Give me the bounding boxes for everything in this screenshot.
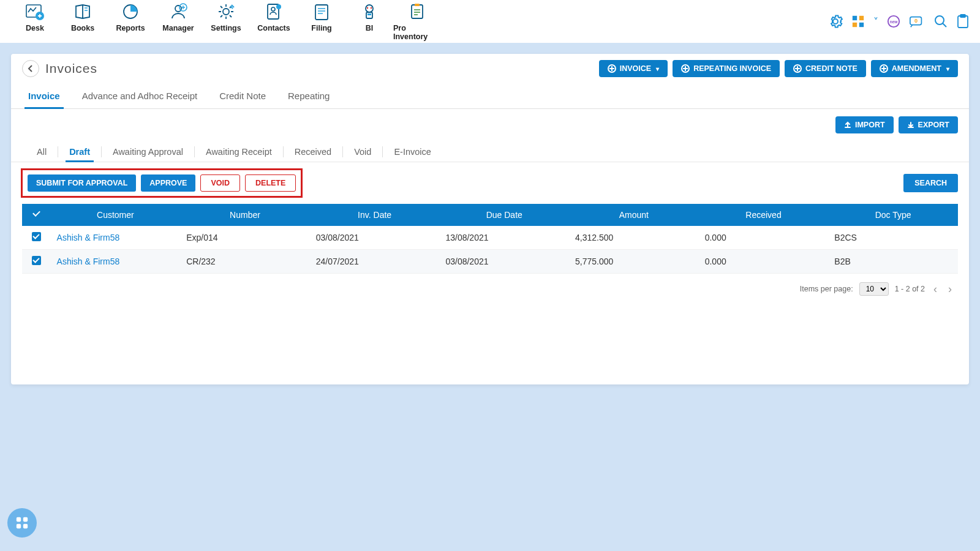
notification-count: 0 xyxy=(914,18,918,24)
topnav-item-pro-inventory[interactable]: Pro Inventory xyxy=(393,0,441,45)
nav-icon xyxy=(25,2,45,21)
svg-line-25 xyxy=(943,23,946,27)
topnav-item-contacts[interactable]: Contacts xyxy=(250,0,298,45)
col-customer: Customer xyxy=(51,204,181,226)
items-per-page-select[interactable]: 10 xyxy=(859,282,889,296)
col-due-date: Due Date xyxy=(439,204,569,226)
svg-rect-14 xyxy=(368,13,371,15)
tab-advance-and-adhoc-receipt[interactable]: Advance and Adhoc Receipt xyxy=(82,86,197,108)
nav-icon xyxy=(408,2,426,21)
top-nav: DeskBooksReportsManagerSettingsContactsF… xyxy=(0,0,980,43)
svg-point-13 xyxy=(371,7,372,9)
check-icon xyxy=(32,209,41,219)
row-checkbox[interactable] xyxy=(32,256,41,265)
import-button[interactable]: IMPORT xyxy=(835,116,894,133)
table-row: Ashish & Firm58Exp/01403/08/202113/08/20… xyxy=(22,226,958,250)
svg-point-24 xyxy=(935,16,944,24)
select-all-header[interactable] xyxy=(22,204,51,226)
table-row: Ashish & Firm58CR/23224/07/202103/08/202… xyxy=(22,250,958,274)
nav-label: BI xyxy=(366,24,374,32)
topnav-item-manager[interactable]: Manager xyxy=(154,0,202,45)
svg-point-7 xyxy=(271,7,275,11)
nav-icon xyxy=(265,2,283,21)
svg-rect-30 xyxy=(17,524,21,528)
col-doc-type: Doc Type xyxy=(828,204,958,226)
tab-invoice[interactable]: Invoice xyxy=(28,86,60,108)
credit-note-button[interactable]: CREDIT NOTE xyxy=(785,60,866,77)
nav-icon xyxy=(360,2,379,21)
col-amount: Amount xyxy=(569,204,699,226)
filter-tab-awaiting-approval[interactable]: Awaiting Approval xyxy=(102,142,194,162)
plus-icon xyxy=(608,64,616,73)
notification-icon[interactable]: 0 xyxy=(909,14,925,29)
dropdown-caret-icon[interactable]: ˅ xyxy=(873,16,878,28)
cell-inv-date: 24/07/2021 xyxy=(310,250,440,274)
tab-repeating[interactable]: Repeating xyxy=(288,86,330,108)
plus-icon xyxy=(793,64,802,73)
pager-prev[interactable]: ‹ xyxy=(931,283,940,296)
svg-rect-20 xyxy=(859,23,864,27)
topnav-item-reports[interactable]: Reports xyxy=(107,0,154,45)
filter-tab-draft[interactable]: Draft xyxy=(58,142,101,162)
plus-icon xyxy=(880,64,888,73)
filter-tabs: AllDraftAwaiting ApprovalAwaiting Receip… xyxy=(11,137,969,162)
repeating-invoice-button[interactable]: REPEATING INVOICE xyxy=(673,60,780,77)
items-per-page-label: Items per page: xyxy=(800,285,853,293)
back-button[interactable] xyxy=(22,60,39,77)
settings-gear-icon[interactable] xyxy=(828,14,843,29)
topnav-item-desk[interactable]: Desk xyxy=(11,0,59,45)
export-button[interactable]: EXPORT xyxy=(899,116,958,133)
apps-icon xyxy=(15,516,29,530)
nav-label: Pro Inventory xyxy=(393,24,441,41)
filter-tab-awaiting-receipt[interactable]: Awaiting Receipt xyxy=(195,142,283,162)
svg-rect-31 xyxy=(23,524,28,528)
nav-icon xyxy=(313,2,330,21)
row-checkbox[interactable] xyxy=(32,232,41,241)
invoice-table: Customer Number Inv. Date Due Date Amoun… xyxy=(22,204,958,274)
cell-customer[interactable]: Ashish & Firm58 xyxy=(51,250,181,274)
svg-rect-29 xyxy=(23,517,28,522)
pager-next[interactable]: › xyxy=(946,283,954,296)
col-number: Number xyxy=(180,204,310,226)
submit-for-approval-button[interactable]: SUBMIT FOR APPROVAL xyxy=(28,174,136,192)
topnav-item-bi[interactable]: BI xyxy=(345,0,393,45)
tab-credit-note[interactable]: Credit Note xyxy=(219,86,266,108)
svg-point-5 xyxy=(223,9,229,15)
cell-number: Exp/014 xyxy=(180,226,310,250)
nav-label: Desk xyxy=(26,24,44,32)
table-header-row: Customer Number Inv. Date Due Date Amoun… xyxy=(22,204,958,226)
nav-label: Manager xyxy=(162,24,194,32)
download-icon xyxy=(907,121,914,129)
nav-label: Filing xyxy=(311,24,331,32)
topnav-item-books[interactable]: Books xyxy=(59,0,107,45)
filter-tab-all[interactable]: All xyxy=(26,142,58,162)
cell-due-date: 13/08/2021 xyxy=(439,226,569,250)
nav-label: Reports xyxy=(116,24,145,32)
import-export-row: IMPORT EXPORT xyxy=(11,109,969,137)
filter-tab-received[interactable]: Received xyxy=(284,142,342,162)
new-badge-icon[interactable]: new xyxy=(887,15,900,28)
grid-icon[interactable] xyxy=(851,15,865,28)
topnav-item-filing[interactable]: Filing xyxy=(298,0,345,45)
chevron-down-icon: ▾ xyxy=(656,66,659,72)
filter-tab-e-invoice[interactable]: E-Invoice xyxy=(383,142,442,162)
topnav-item-settings[interactable]: Settings xyxy=(202,0,250,45)
pager: Items per page: 10 1 - 2 of 2 ‹ › xyxy=(11,274,969,304)
clipboard-icon[interactable] xyxy=(957,14,969,29)
delete-button[interactable]: DELETE xyxy=(245,174,296,192)
search-icon[interactable] xyxy=(933,14,948,29)
search-button[interactable]: SEARCH xyxy=(903,174,958,192)
approve-button[interactable]: APPROVE xyxy=(141,174,195,192)
svg-point-12 xyxy=(367,7,368,9)
cell-amount: 4,312.500 xyxy=(569,226,699,250)
main-tabs: InvoiceAdvance and Adhoc ReceiptCredit N… xyxy=(11,77,969,109)
cell-customer[interactable]: Ashish & Firm58 xyxy=(51,226,181,250)
amendment-button[interactable]: AMENDMENT▾ xyxy=(871,60,958,77)
cell-amount: 5,775.000 xyxy=(569,250,699,274)
col-received: Received xyxy=(699,204,829,226)
invoice-button[interactable]: INVOICE▾ xyxy=(599,60,668,77)
filter-tab-void[interactable]: Void xyxy=(343,142,382,162)
main-panel: Invoices INVOICE▾ REPEATING INVOICE CRED… xyxy=(11,54,969,384)
void-button[interactable]: VOID xyxy=(200,174,240,192)
floating-action-button[interactable] xyxy=(7,508,37,538)
